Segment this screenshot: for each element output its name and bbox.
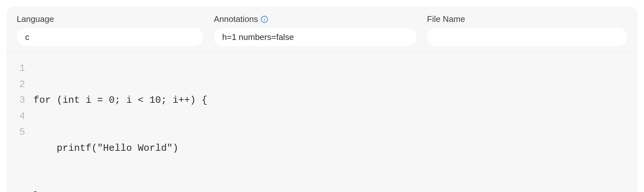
code-line: printf("Hello World") xyxy=(33,140,638,157)
line-number: 5 xyxy=(19,124,25,140)
code-content[interactable]: for (int i = 0; i < 10; i++) { printf("H… xyxy=(33,61,638,192)
language-label-text: Language xyxy=(17,14,54,24)
line-number: 2 xyxy=(19,77,25,93)
annotations-label-text: Annotations xyxy=(214,14,258,24)
filename-input[interactable] xyxy=(427,28,627,46)
line-number: 1 xyxy=(19,61,25,77)
language-field-group: Language xyxy=(17,14,204,46)
annotations-label: Annotations xyxy=(214,14,417,24)
annotations-field-group: Annotations xyxy=(214,14,417,46)
annotations-input[interactable] xyxy=(214,28,417,46)
svg-point-2 xyxy=(264,17,265,18)
filename-label-text: File Name xyxy=(427,14,465,24)
language-input[interactable] xyxy=(17,28,204,46)
line-number: 4 xyxy=(19,109,25,125)
filename-label: File Name xyxy=(427,14,627,24)
line-numbers-gutter: 1 2 3 4 5 xyxy=(6,61,33,192)
filename-field-group: File Name xyxy=(427,14,627,46)
code-line: for (int i = 0; i < 10; i++) { xyxy=(33,92,638,109)
language-label: Language xyxy=(17,14,204,24)
info-icon[interactable] xyxy=(260,15,268,23)
code-snippet-panel: Language Annotations File Name xyxy=(6,6,638,192)
header-row: Language Annotations File Name xyxy=(6,6,638,53)
line-number: 3 xyxy=(19,92,25,109)
code-line: } xyxy=(33,188,638,192)
code-editor[interactable]: 1 2 3 4 5 for (int i = 0; i < 10; i++) {… xyxy=(6,53,638,192)
